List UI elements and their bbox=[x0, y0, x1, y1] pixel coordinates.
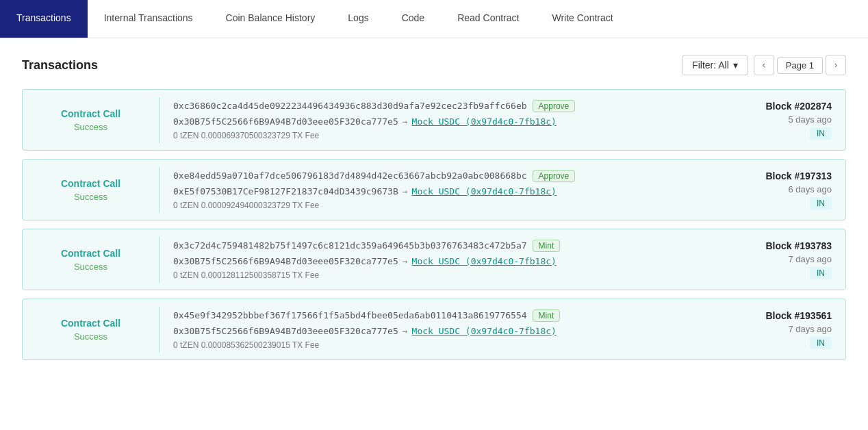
tx-label-title-2: Contract Call bbox=[61, 248, 120, 259]
table-row: Contract Call Success 0x45e9f342952bbbef… bbox=[22, 299, 846, 360]
tx-time-0: 5 days ago bbox=[788, 114, 832, 125]
tx-right-1: Block #197313 6 days ago IN bbox=[736, 161, 845, 219]
tx-hash-line-2: 0x3c72d4c759481482b75f1497c6c8121dc359a6… bbox=[173, 240, 722, 252]
tx-label-title-1: Contract Call bbox=[61, 178, 120, 189]
tx-direction-badge-1: IN bbox=[810, 197, 832, 210]
header-controls: Filter: All ▾ ‹ Page 1 › bbox=[682, 55, 846, 75]
tx-fee-2: 0 tZEN 0.000128112500358715 TX Fee bbox=[173, 270, 722, 280]
tx-label-status-0: Success bbox=[74, 122, 107, 132]
tx-hash-line-1: 0xe84edd59a0710af7dce506796183d7d4894d42… bbox=[173, 170, 722, 182]
tx-body-1: 0xe84edd59a0710af7dce506796183d7d4894d42… bbox=[159, 160, 736, 220]
tx-direction-badge-3: IN bbox=[810, 337, 832, 349]
tx-direction-badge-2: IN bbox=[810, 267, 832, 279]
table-row: Contract Call Success 0xe84edd59a0710af7… bbox=[22, 159, 846, 220]
nav-tab-read-contract[interactable]: Read Contract bbox=[441, 0, 535, 38]
nav-tab-internal-transactions[interactable]: Internal Transactions bbox=[88, 0, 209, 38]
tx-from-0: 0x30B75f5C2566f6B9A94B7d03eee05F320ca777… bbox=[173, 116, 398, 127]
tx-label-3: Contract Call Success bbox=[23, 307, 159, 353]
nav-tab-coin-balance-history[interactable]: Coin Balance History bbox=[209, 0, 332, 38]
tx-badge-0: Approve bbox=[533, 100, 576, 112]
tx-hash-0: 0xc36860c2ca4d45de0922234496434936c883d3… bbox=[173, 101, 527, 111]
tx-right-3: Block #193561 7 days ago IN bbox=[736, 301, 845, 359]
table-row: Contract Call Success 0x3c72d4c759481482… bbox=[22, 229, 846, 290]
prev-page-button[interactable]: ‹ bbox=[754, 55, 774, 75]
tx-direction-badge-0: IN bbox=[810, 127, 832, 140]
tx-block-1: Block #197313 bbox=[765, 170, 832, 181]
tx-hash-line-0: 0xc36860c2ca4d45de0922234496434936c883d3… bbox=[173, 100, 722, 112]
tx-badge-1: Approve bbox=[533, 170, 576, 182]
filter-button[interactable]: Filter: All ▾ bbox=[682, 55, 748, 75]
tx-label-status-1: Success bbox=[74, 192, 107, 202]
tx-time-2: 7 days ago bbox=[788, 254, 832, 264]
next-page-button[interactable]: › bbox=[826, 55, 846, 75]
tx-right-2: Block #193783 7 days ago IN bbox=[736, 231, 845, 289]
tx-fee-1: 0 tZEN 0.000092494000323729 TX Fee bbox=[173, 201, 722, 210]
tx-label-status-3: Success bbox=[74, 331, 107, 342]
tx-arrow-icon-1: → bbox=[403, 186, 408, 197]
nav-tab-logs[interactable]: Logs bbox=[331, 0, 385, 38]
tx-body-0: 0xc36860c2ca4d45de0922234496434936c883d3… bbox=[159, 90, 736, 150]
tx-arrow-icon-2: → bbox=[403, 256, 408, 266]
tx-body-2: 0x3c72d4c759481482b75f1497c6c8121dc359a6… bbox=[159, 230, 736, 290]
tx-fee-3: 0 tZEN 0.000085362500239015 TX Fee bbox=[173, 340, 722, 350]
tx-to-2[interactable]: Mock USDC (0x97d4c0-7fb18c) bbox=[412, 256, 557, 266]
tx-from-2: 0x30B75f5C2566f6B9A94B7d03eee05F320ca777… bbox=[173, 256, 398, 266]
tx-to-0[interactable]: Mock USDC (0x97d4c0-7fb18c) bbox=[412, 116, 557, 127]
tx-hash-1: 0xe84edd59a0710af7dce506796183d7d4894d42… bbox=[173, 170, 527, 181]
top-navigation: TransactionsInternal TransactionsCoin Ba… bbox=[0, 0, 868, 38]
filter-label: Filter: All bbox=[692, 60, 729, 71]
tx-time-3: 7 days ago bbox=[788, 324, 832, 334]
main-content: Transactions Filter: All ▾ ‹ Page 1 › Co… bbox=[0, 38, 868, 377]
tx-badge-3: Mint bbox=[533, 309, 561, 322]
nav-tab-code[interactable]: Code bbox=[385, 0, 441, 38]
page-header: Transactions Filter: All ▾ ‹ Page 1 › bbox=[22, 55, 846, 75]
tx-arrow-icon-0: → bbox=[403, 116, 408, 127]
chevron-down-icon: ▾ bbox=[733, 60, 738, 71]
tx-from-to-2: 0x30B75f5C2566f6B9A94B7d03eee05F320ca777… bbox=[173, 256, 722, 266]
tx-label-title-3: Contract Call bbox=[61, 318, 120, 329]
tx-time-1: 6 days ago bbox=[788, 184, 832, 194]
tx-hash-line-3: 0x45e9f342952bbbef367f17566f1f5a5bd4fbee… bbox=[173, 309, 722, 322]
tx-from-3: 0x30B75f5C2566f6B9A94B7d03eee05F320ca777… bbox=[173, 326, 398, 336]
tx-block-0: Block #202874 bbox=[765, 101, 832, 112]
tx-label-title-0: Contract Call bbox=[61, 108, 120, 119]
pagination: ‹ Page 1 › bbox=[754, 55, 846, 75]
tx-hash-2: 0x3c72d4c759481482b75f1497c6c8121dc359a6… bbox=[173, 240, 527, 251]
tx-hash-3: 0x45e9f342952bbbef367f17566f1f5a5bd4fbee… bbox=[173, 310, 527, 320]
tx-label-status-2: Success bbox=[74, 262, 107, 272]
nav-tab-write-contract[interactable]: Write Contract bbox=[535, 0, 629, 38]
tx-body-3: 0x45e9f342952bbbef367f17566f1f5a5bd4fbee… bbox=[159, 300, 736, 359]
tx-from-to-3: 0x30B75f5C2566f6B9A94B7d03eee05F320ca777… bbox=[173, 326, 722, 336]
tx-label-2: Contract Call Success bbox=[23, 237, 159, 283]
table-row: Contract Call Success 0xc36860c2ca4d45de… bbox=[22, 89, 846, 151]
tx-badge-2: Mint bbox=[533, 240, 561, 252]
tx-from-1: 0xE5f07530B17CeF98127F21837c04dD3439c967… bbox=[173, 186, 398, 197]
tx-from-to-0: 0x30B75f5C2566f6B9A94B7d03eee05F320ca777… bbox=[173, 116, 722, 127]
tx-from-to-1: 0xE5f07530B17CeF98127F21837c04dD3439c967… bbox=[173, 186, 722, 197]
page-label: Page 1 bbox=[777, 57, 823, 74]
tx-to-1[interactable]: Mock USDC (0x97d4c0-7fb18c) bbox=[412, 186, 557, 197]
tx-label-0: Contract Call Success bbox=[23, 97, 159, 143]
tx-label-1: Contract Call Success bbox=[23, 167, 159, 213]
tx-to-3[interactable]: Mock USDC (0x97d4c0-7fb18c) bbox=[412, 326, 557, 336]
tx-right-0: Block #202874 5 days ago IN bbox=[736, 91, 845, 149]
transaction-list: Contract Call Success 0xc36860c2ca4d45de… bbox=[22, 89, 846, 360]
tx-block-2: Block #193783 bbox=[765, 240, 832, 251]
tx-fee-0: 0 tZEN 0.000069370500323729 TX Fee bbox=[173, 131, 722, 140]
nav-tab-transactions[interactable]: Transactions bbox=[0, 0, 88, 38]
tx-block-3: Block #193561 bbox=[765, 310, 832, 321]
page-title: Transactions bbox=[22, 58, 98, 73]
tx-arrow-icon-3: → bbox=[403, 326, 408, 336]
